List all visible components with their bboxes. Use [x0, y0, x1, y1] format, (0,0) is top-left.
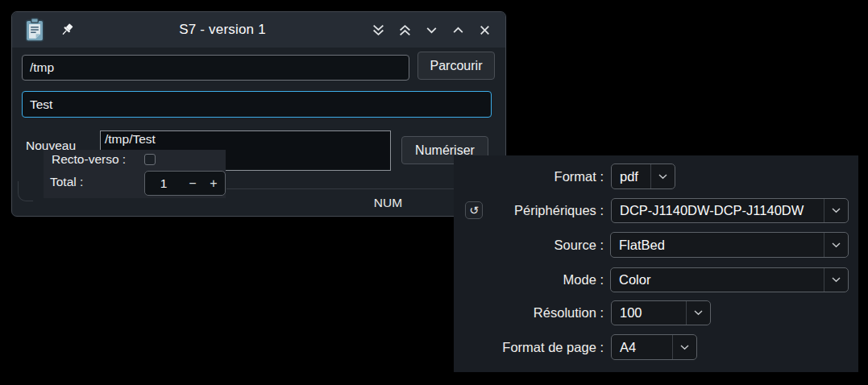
total-spinbox-value: 1: [145, 176, 182, 191]
devices-combobox[interactable]: DCP-J1140DW-DCP-J1140DW: [611, 198, 849, 223]
browse-button[interactable]: Parcourir: [417, 52, 495, 80]
group-frame-corner: [18, 181, 33, 201]
file-name-input[interactable]: [22, 91, 492, 118]
mode-combobox[interactable]: Color: [610, 267, 849, 292]
resolution-combobox-value: 100: [612, 301, 686, 325]
window-controls: [370, 22, 492, 38]
spin-decrement-button[interactable]: −: [182, 176, 203, 191]
duplex-label: Recto-verso :: [52, 152, 126, 167]
destination-path-input[interactable]: [22, 55, 409, 81]
chevron-down-icon[interactable]: [824, 268, 848, 292]
source-combobox-value: FlatBed: [611, 233, 824, 257]
duplex-checkbox[interactable]: [144, 154, 156, 165]
total-label: Total :: [50, 175, 83, 189]
source-combobox[interactable]: FlatBed: [610, 232, 849, 258]
status-num-indicator: NUM: [363, 196, 413, 210]
chevron-down-icon[interactable]: [672, 335, 696, 359]
double-chevron-down-icon[interactable]: [370, 22, 386, 38]
maximize-chevron-up-icon[interactable]: [450, 22, 466, 38]
chevron-down-icon[interactable]: [650, 164, 675, 188]
mode-label: Mode :: [454, 267, 604, 292]
chevron-down-icon[interactable]: [686, 301, 710, 325]
devices-label: Périphériques :: [454, 198, 604, 223]
chevron-down-icon[interactable]: [824, 233, 848, 257]
page-format-combobox-value: A4: [612, 335, 672, 359]
double-chevron-up-icon[interactable]: [397, 22, 413, 38]
minimize-chevron-down-icon[interactable]: [423, 22, 439, 38]
window-title: S7 - version 1: [75, 22, 370, 38]
devices-combobox-value: DCP-J1140DW-DCP-J1140DW: [612, 199, 824, 222]
format-combobox-value: pdf: [612, 164, 650, 188]
spin-increment-button[interactable]: +: [203, 176, 224, 191]
titlebar[interactable]: S7 - version 1: [12, 12, 505, 48]
device-options-panel: Format : pdf ↺ Périphériques : DCP-J1140…: [454, 155, 858, 372]
chevron-down-icon[interactable]: [824, 199, 848, 222]
page-format-combobox[interactable]: A4: [611, 334, 697, 360]
format-combobox[interactable]: pdf: [611, 164, 675, 189]
format-label: Format :: [454, 164, 604, 189]
resolution-combobox[interactable]: 100: [611, 300, 711, 325]
page-format-label: Format de page :: [454, 334, 604, 360]
scan-options-overlay: Recto-verso : Total : 1 − +: [44, 150, 226, 198]
resolution-label: Résolution :: [454, 300, 604, 325]
pin-icon[interactable]: [59, 22, 75, 38]
total-spinbox[interactable]: 1 − +: [144, 171, 226, 196]
source-label: Source :: [454, 232, 604, 258]
clipboard-app-icon: [25, 18, 44, 42]
close-icon[interactable]: [476, 22, 492, 38]
statusbar-separator: [226, 188, 460, 189]
mode-combobox-value: Color: [611, 268, 824, 292]
